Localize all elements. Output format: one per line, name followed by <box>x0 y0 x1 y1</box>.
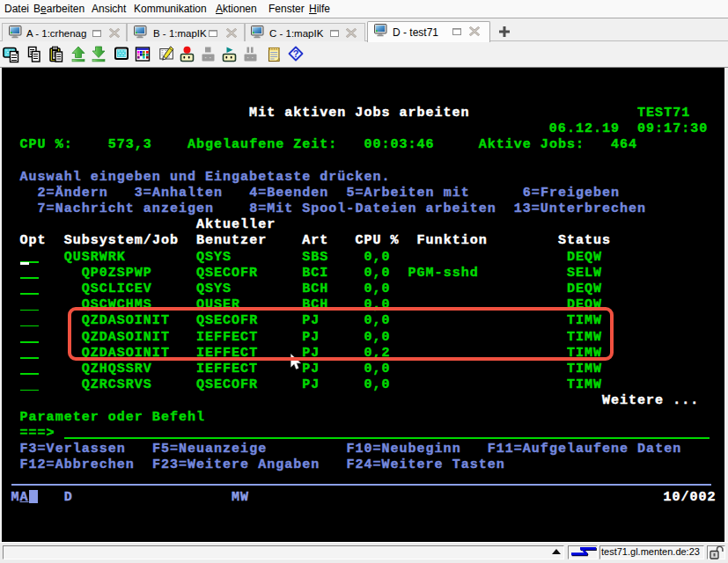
svg-text:?: ? <box>292 48 298 59</box>
